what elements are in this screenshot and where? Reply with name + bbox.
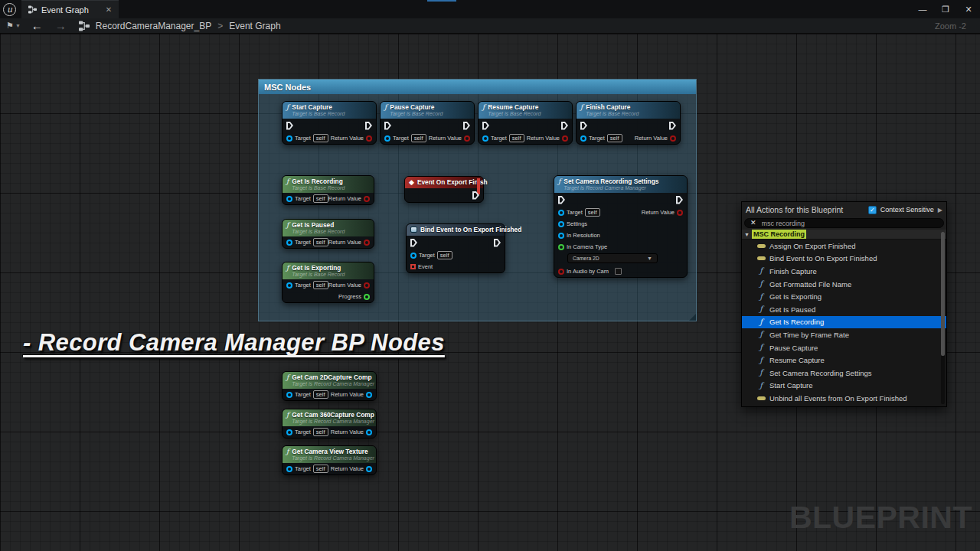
bool-pin[interactable] xyxy=(562,135,568,142)
node-header[interactable]: ƒFinish CaptureTarget is Base Record xyxy=(577,102,680,119)
category-row-msc-recording[interactable]: ▼ MSC Recording xyxy=(742,230,946,240)
action-item-bind-event-to-on-export-finished[interactable]: Bind Event to On Export Finished xyxy=(742,253,946,266)
object-pin[interactable] xyxy=(558,210,564,216)
exec-pin[interactable] xyxy=(494,239,501,247)
action-item-get-is-exporting[interactable]: ƒGet Is Exporting xyxy=(742,290,946,303)
node-header[interactable]: ƒGet Cam 360Capture CompTarget is Record… xyxy=(283,409,376,426)
node-header[interactable]: ƒGet Cam 2DCapture CompTarget is Record … xyxy=(283,372,376,389)
action-item-pause-capture[interactable]: ƒPause Capture xyxy=(742,341,946,354)
object-pin[interactable] xyxy=(366,429,372,435)
delegate-pin[interactable] xyxy=(410,264,416,269)
comment-resize-handle[interactable] xyxy=(689,314,696,321)
minimize-button[interactable]: — xyxy=(911,1,934,18)
action-item-finish-capture[interactable]: ƒFinish Capture xyxy=(742,265,946,278)
bind-event-to-on-export-finished-node[interactable]: Bind Event to On Export FinishedTargetse… xyxy=(406,223,505,273)
bool-pin[interactable] xyxy=(364,282,370,289)
start-capture-node[interactable]: ƒStart CaptureTarget is Base RecordTarge… xyxy=(282,101,377,145)
node-header[interactable]: ƒGet Camera View TextureTarget is Record… xyxy=(283,446,376,463)
breadcrumb-asset[interactable]: RecordCameraManager_BP xyxy=(96,21,211,31)
object-pin[interactable] xyxy=(482,135,488,142)
comment-header[interactable]: MSC Nodes xyxy=(259,80,696,94)
self-editbox[interactable]: self xyxy=(313,238,328,246)
forward-button[interactable]: → xyxy=(55,20,67,31)
breadcrumb-graph[interactable]: Event Graph xyxy=(229,21,280,31)
tab-event-graph[interactable]: Event Graph ✕ xyxy=(21,0,119,18)
context-sensitive-checkbox[interactable]: ✓ xyxy=(868,206,877,214)
self-editbox[interactable]: self xyxy=(313,134,328,142)
node-header[interactable]: ƒPause CaptureTarget is Base Record xyxy=(381,102,474,119)
action-item-get-is-recording[interactable]: ƒGet Is Recording xyxy=(742,316,946,329)
action-item-start-capture[interactable]: ƒStart Capture xyxy=(742,380,946,393)
object-pin[interactable] xyxy=(286,240,292,246)
exec-pin[interactable] xyxy=(384,122,391,130)
node-header[interactable]: ƒGet Is PausedTarget is Base Record xyxy=(283,220,374,236)
back-button[interactable]: ← xyxy=(31,20,43,31)
finish-capture-node[interactable]: ƒFinish CaptureTarget is Base RecordTarg… xyxy=(576,101,681,145)
self-editbox[interactable]: self xyxy=(437,251,452,259)
exec-pin[interactable] xyxy=(561,122,568,130)
object-pin[interactable] xyxy=(384,135,390,142)
action-item-unbind-all-events-from-on-export-finished[interactable]: Unbind all Events from On Export Finishe… xyxy=(742,392,946,405)
exec-pin[interactable] xyxy=(286,122,293,130)
object-pin[interactable] xyxy=(286,466,292,472)
panel-scrollbar-thumb[interactable] xyxy=(941,232,945,356)
exec-pin[interactable] xyxy=(676,196,683,204)
bookmark-icon[interactable]: ⚑ xyxy=(6,21,14,31)
action-item-get-time-by-frame-rate[interactable]: ƒGet Time by Frame Rate xyxy=(742,328,946,341)
object-pin[interactable] xyxy=(366,392,372,398)
get-cam-360capture-comp-node[interactable]: ƒGet Cam 360Capture CompTarget is Record… xyxy=(282,409,377,439)
object-pin[interactable] xyxy=(286,282,292,289)
exec-pin[interactable] xyxy=(558,196,565,204)
bool-pin[interactable] xyxy=(364,240,370,246)
self-editbox[interactable]: self xyxy=(509,134,524,142)
object-pin[interactable] xyxy=(580,135,586,142)
action-item-resume-capture[interactable]: ƒResume Capture xyxy=(742,354,946,367)
self-editbox[interactable]: self xyxy=(313,281,328,289)
event-on-export-finish-node[interactable]: ◆Event On Export Finish xyxy=(404,176,484,203)
object-pin[interactable] xyxy=(558,233,564,239)
clear-search-icon[interactable]: ✕ xyxy=(750,220,756,227)
exec-pin[interactable] xyxy=(669,122,676,130)
exec-pin[interactable] xyxy=(482,122,489,130)
expand-arrow-icon[interactable]: ▶ xyxy=(938,207,942,214)
action-item-get-is-paused[interactable]: ƒGet Is Paused xyxy=(742,303,946,316)
pin-checkbox[interactable] xyxy=(615,268,622,275)
bool-pin[interactable] xyxy=(677,210,683,216)
category-expander-icon[interactable]: ▼ xyxy=(744,232,750,237)
exec-pin[interactable] xyxy=(580,122,587,130)
node-header[interactable]: ƒResume CaptureTarget is Base Record xyxy=(479,102,572,119)
close-button[interactable]: ✕ xyxy=(957,1,980,18)
get-camera-view-texture-node[interactable]: ƒGet Camera View TextureTarget is Record… xyxy=(282,445,377,475)
enum-pin[interactable] xyxy=(558,244,564,250)
node-header[interactable]: Bind Event to On Export Finished xyxy=(407,224,505,236)
object-pin[interactable] xyxy=(366,466,372,472)
exec-pin[interactable] xyxy=(410,239,417,247)
self-editbox[interactable]: self xyxy=(313,390,328,399)
bool-pin[interactable] xyxy=(464,135,470,142)
tab-close-icon[interactable]: ✕ xyxy=(106,5,112,14)
self-editbox[interactable]: self xyxy=(607,134,622,142)
camera-type-dropdown[interactable]: Camera 2D▼ xyxy=(567,253,658,263)
pause-capture-node[interactable]: ƒPause CaptureTarget is Base RecordTarge… xyxy=(380,101,475,145)
bool-pin[interactable] xyxy=(366,135,372,142)
exec-pin[interactable] xyxy=(365,122,372,130)
object-pin[interactable] xyxy=(410,253,416,259)
object-pin[interactable] xyxy=(558,221,564,227)
self-editbox[interactable]: self xyxy=(585,208,600,217)
node-header[interactable]: ƒGet Is RecordingTarget is Base Record xyxy=(283,176,374,193)
self-editbox[interactable]: self xyxy=(313,194,328,203)
bool-pin[interactable] xyxy=(558,269,564,275)
actions-search-input[interactable] xyxy=(762,220,938,227)
actions-search-bar[interactable]: ✕ xyxy=(744,218,944,228)
action-item-get-formatted-file-name[interactable]: ƒGet Formatted File Name xyxy=(742,278,946,291)
get-is-exporting-node[interactable]: ƒGet Is ExportingTarget is Base RecordTa… xyxy=(282,262,374,303)
set-camera-recording-settings-node[interactable]: ƒSet Camera Recording SettingsTarget is … xyxy=(554,175,688,278)
node-header[interactable]: ◆Event On Export Finish xyxy=(405,177,483,188)
get-is-recording-node[interactable]: ƒGet Is RecordingTarget is Base RecordTa… xyxy=(282,175,374,205)
node-header[interactable]: ƒStart CaptureTarget is Base Record xyxy=(283,102,376,119)
object-pin[interactable] xyxy=(286,429,292,435)
exec-pin[interactable] xyxy=(472,191,479,200)
object-pin[interactable] xyxy=(286,135,292,142)
get-is-paused-node[interactable]: ƒGet Is PausedTarget is Base RecordTarge… xyxy=(282,219,374,249)
exec-pin[interactable] xyxy=(463,122,470,130)
